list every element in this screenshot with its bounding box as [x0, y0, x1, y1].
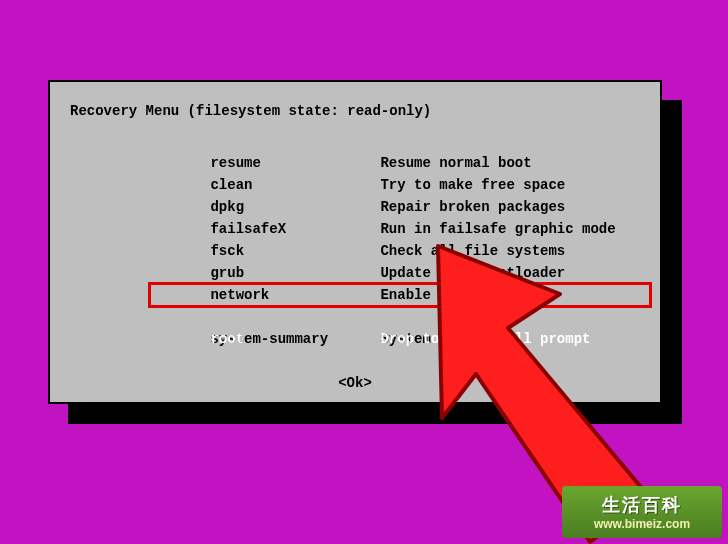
menu-list: resumeResume normal boot cleanTry to mak…: [160, 130, 640, 328]
menu-item-option: clean: [210, 174, 380, 196]
menu-item-desc: Run in failsafe graphic mode: [380, 221, 615, 237]
menu-item-desc: Drop to root shell prompt: [380, 331, 590, 347]
watermark-title: 生活百科: [602, 493, 682, 517]
menu-item-resume[interactable]: resumeResume normal boot: [160, 130, 640, 152]
menu-item-desc: Resume normal boot: [380, 155, 531, 171]
menu-item-desc: Check all file systems: [380, 243, 565, 259]
menu-item-option: dpkg: [210, 196, 380, 218]
watermark: 生活百科 www.bimeiz.com: [562, 486, 722, 538]
watermark-url: www.bimeiz.com: [594, 517, 690, 531]
menu-item-option: resume: [210, 152, 380, 174]
menu-item-desc: Update grub bootloader: [380, 265, 565, 281]
menu-item-option: grub: [210, 262, 380, 284]
recovery-menu-dialog: Recovery Menu (filesystem state: read-on…: [48, 80, 662, 404]
ok-button[interactable]: <Ok>: [338, 375, 372, 391]
menu-item-option: fsck: [210, 240, 380, 262]
menu-item-desc: Try to make free space: [380, 177, 565, 193]
selection-highlight-icon: [148, 282, 652, 308]
ok-button-row: <Ok>: [70, 372, 640, 394]
menu-item-system-summary[interactable]: system-summarySystem summary: [160, 306, 640, 328]
menu-item-option: failsafeX: [210, 218, 380, 240]
menu-item-desc: Repair broken packages: [380, 199, 565, 215]
menu-item-option: root: [210, 328, 380, 350]
dialog-title: Recovery Menu (filesystem state: read-on…: [70, 100, 640, 122]
menu-item-root[interactable]: rootDrop to root shell prompt: [152, 284, 648, 306]
